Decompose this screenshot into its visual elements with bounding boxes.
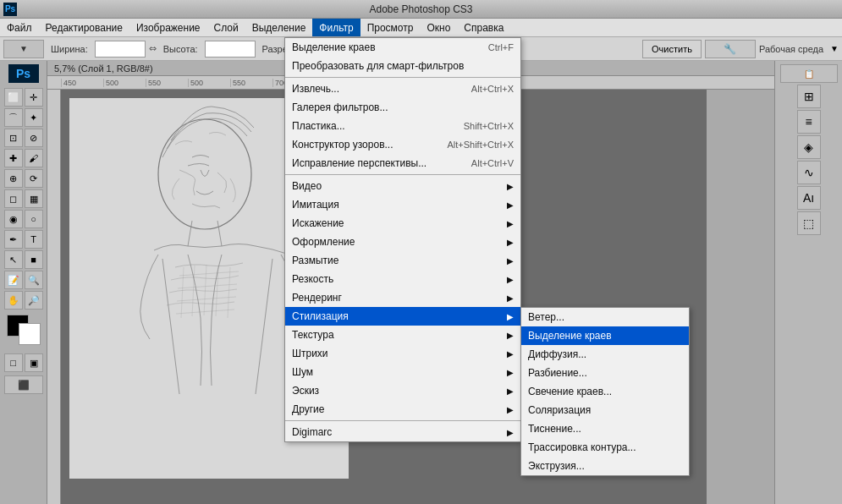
panel-icon-6[interactable]: ⬚: [797, 211, 821, 235]
foreground-background: [7, 315, 41, 345]
screen-mode[interactable]: ⬛: [4, 375, 43, 394]
panel-icon-3[interactable]: ◈: [797, 135, 821, 159]
filter-video[interactable]: Видео ▶: [285, 177, 520, 195]
filter-sketch[interactable]: Эскиз ▶: [285, 381, 520, 400]
filter-imitation[interactable]: Имитация ▶: [285, 195, 520, 214]
filter-strokes[interactable]: Штрихи ▶: [285, 344, 520, 363]
filter-design-arrow: ▶: [507, 238, 514, 247]
filter-extract-label: Извлечь...: [292, 83, 339, 95]
height-input[interactable]: [205, 41, 256, 58]
width-input[interactable]: [95, 41, 146, 58]
hand-tool[interactable]: ✋: [4, 291, 23, 310]
filter-sharp-arrow: ▶: [507, 275, 514, 284]
filter-digimarc[interactable]: Digimarc ▶: [285, 423, 520, 441]
stylize-solarize[interactable]: Соляризация: [521, 401, 689, 419]
tool-preset-btn[interactable]: ▼: [3, 40, 44, 58]
healing-brush[interactable]: ✚: [4, 149, 23, 167]
gradient-tool[interactable]: ▦: [25, 189, 43, 208]
zoom-tool[interactable]: 🔎: [25, 291, 43, 310]
filter-other[interactable]: Другие ▶: [285, 400, 520, 419]
stylize-glow-edges[interactable]: Свечение краев...: [521, 382, 689, 401]
panel-icon-1[interactable]: ⊞: [797, 85, 821, 108]
filter-gallery[interactable]: Галерея фильтров...: [285, 98, 520, 117]
menu-view[interactable]: Просмотр: [360, 19, 421, 36]
ruler-mark: 550: [230, 79, 272, 87]
shape-tool[interactable]: ■: [25, 250, 43, 269]
filter-noise-label: Шум: [292, 366, 313, 378]
stylize-submenu[interactable]: Ветер... Выделение краев Диффузия... Раз…: [520, 307, 690, 476]
filter-dropdown[interactable]: Выделение краев Ctrl+F Преобразовать для…: [284, 37, 521, 442]
path-select[interactable]: ↖: [4, 250, 23, 269]
filter-smart-label: Преобразовать для смарт-фильтров: [292, 60, 464, 72]
menu-help[interactable]: Справка: [457, 19, 510, 36]
move-tool[interactable]: ✛: [25, 88, 43, 107]
filter-noise[interactable]: Шум ▶: [285, 363, 520, 381]
stylize-trace-contour[interactable]: Трассировка контура...: [521, 438, 689, 457]
lasso-tool[interactable]: ⌒: [4, 108, 23, 127]
pen-tool[interactable]: ✒: [4, 230, 23, 249]
panel-icon-2[interactable]: ≡: [797, 110, 821, 134]
stylize-solarize-label: Соляризация: [528, 404, 591, 416]
stylize-emboss[interactable]: Тиснение...: [521, 419, 689, 438]
stylize-wind[interactable]: Ветер...: [521, 308, 689, 326]
filter-smart[interactable]: Преобразовать для смарт-фильтров: [285, 57, 520, 75]
stylize-diffuse[interactable]: Диффузия...: [521, 345, 689, 364]
arrow-icon: ⇔: [149, 43, 157, 54]
menu-image[interactable]: Изображение: [129, 19, 207, 36]
filter-sharp[interactable]: Резкость ▶: [285, 270, 520, 288]
panel-btn-1[interactable]: 📋: [780, 64, 838, 83]
filter-plastic[interactable]: Пластика... Shift+Ctrl+X: [285, 117, 520, 135]
quick-mask-mode[interactable]: ▣: [25, 353, 43, 372]
filter-extract[interactable]: Извлечь... Alt+Ctrl+X: [285, 79, 520, 98]
ruler-mark: 550: [146, 79, 188, 87]
filter-pattern[interactable]: Конструктор узоров... Alt+Shift+Ctrl+X: [285, 135, 520, 154]
filter-perspective-shortcut: Alt+Ctrl+V: [471, 158, 514, 168]
filter-texture[interactable]: Текстура ▶: [285, 326, 520, 344]
clear-button[interactable]: Очистить: [642, 40, 702, 58]
menu-layer[interactable]: Слой: [207, 19, 245, 36]
stylize-tiles[interactable]: Разбиение...: [521, 364, 689, 382]
stylize-extrude[interactable]: Экструзия...: [521, 457, 689, 475]
panel-icon-5[interactable]: Aı: [797, 186, 821, 210]
filter-blur[interactable]: Размытие ▶: [285, 251, 520, 270]
filter-video-arrow: ▶: [507, 182, 514, 191]
slice-tool[interactable]: ⊘: [25, 129, 43, 147]
magic-wand-tool[interactable]: ✦: [25, 108, 43, 127]
filter-edge-highlight[interactable]: Выделение краев Ctrl+F: [285, 38, 520, 57]
filter-edge-highlight-label: Выделение краев: [292, 41, 376, 53]
panel-icon-4[interactable]: ∿: [797, 161, 821, 184]
sep-2: [285, 174, 520, 175]
brush-tool[interactable]: 🖌: [25, 149, 43, 167]
filter-texture-label: Текстура: [292, 329, 334, 341]
menu-edit[interactable]: Редактирование: [39, 19, 129, 36]
menu-select[interactable]: Выделение: [245, 19, 313, 36]
menu-window[interactable]: Окно: [420, 19, 457, 36]
history-brush[interactable]: ⟳: [25, 169, 43, 188]
filter-stylize[interactable]: Стилизация ▶ Ветер... Выделение краев Ди…: [285, 307, 520, 326]
menu-file[interactable]: Файл: [0, 19, 39, 36]
stylize-edge-select[interactable]: Выделение краев: [521, 326, 689, 345]
workspace-label: Рабочая среда: [759, 44, 827, 54]
eraser-tool[interactable]: ◻: [4, 189, 23, 208]
notes-tool[interactable]: 📝: [4, 271, 23, 289]
filter-render[interactable]: Рендеринг ▶: [285, 288, 520, 307]
filter-design[interactable]: Оформление ▶: [285, 233, 520, 251]
eyedropper-tool[interactable]: 🔍: [25, 271, 43, 289]
filter-stylize-arrow: ▶: [507, 312, 514, 321]
clone-stamp[interactable]: ⊕: [4, 169, 23, 188]
filter-sketch-label: Эскиз: [292, 385, 319, 397]
background-color[interactable]: [19, 323, 41, 345]
text-tool[interactable]: T: [25, 230, 43, 249]
marquee-tool[interactable]: ⬜: [4, 88, 23, 107]
filter-render-label: Рендеринг: [292, 292, 342, 304]
stylize-tiles-label: Разбиение...: [528, 367, 587, 379]
filter-distort[interactable]: Искажение ▶: [285, 214, 520, 233]
menu-filter[interactable]: Фильтр: [312, 19, 360, 36]
blur-tool[interactable]: ◉: [4, 210, 23, 228]
filter-perspective[interactable]: Исправление перспективы... Alt+Ctrl+V: [285, 154, 520, 173]
ps-logo: Ps: [8, 64, 39, 83]
dodge-tool[interactable]: ○: [25, 210, 43, 228]
vertical-ruler: [47, 90, 61, 504]
crop-tool[interactable]: ⊡: [4, 129, 23, 147]
quick-mask-std[interactable]: □: [4, 353, 23, 372]
